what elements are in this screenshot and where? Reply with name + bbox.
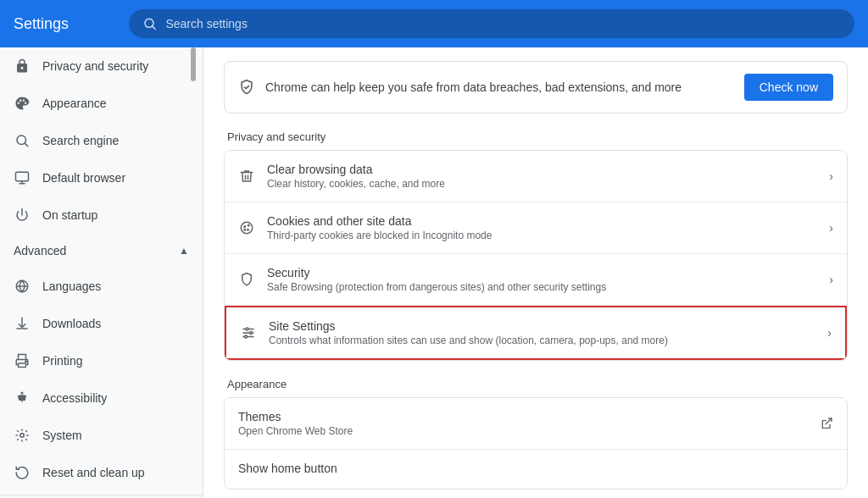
sidebar-item-languages[interactable]: Languages <box>0 268 196 305</box>
sliders-icon <box>240 324 257 341</box>
privacy-section-title: Privacy and security <box>224 130 848 143</box>
security-name: Security <box>267 266 817 279</box>
svg-rect-4 <box>16 172 29 181</box>
search-icon <box>142 16 157 31</box>
themes-desc: Open Chrome Web Store <box>238 425 808 437</box>
themes-text: Themes Open Chrome Web Store <box>238 410 808 437</box>
show-home-name: Show home button <box>238 462 833 475</box>
cookies-desc: Third-party cookies are blocked in Incog… <box>267 230 817 241</box>
sidebar-item-appearance[interactable]: Appearance <box>0 85 196 122</box>
svg-rect-7 <box>19 355 26 360</box>
security-desc: Safe Browsing (protection from dangerous… <box>267 281 817 293</box>
site-settings-row[interactable]: Site Settings Controls what information … <box>225 306 847 360</box>
arrow-icon-clear: › <box>829 169 833 183</box>
svg-point-12 <box>241 222 253 234</box>
clear-browsing-data-row[interactable]: Clear browsing data Clear history, cooki… <box>225 151 847 202</box>
power-icon <box>14 207 31 224</box>
svg-point-10 <box>20 434 25 438</box>
show-home-button-row[interactable]: Show home button <box>225 450 847 489</box>
search-engine-icon <box>14 132 31 149</box>
sidebar-item-privacy[interactable]: Privacy and security <box>0 47 196 85</box>
sidebar-item-on-startup-label: On startup <box>42 208 97 222</box>
show-home-text: Show home button <box>238 462 833 477</box>
sidebar-item-accessibility[interactable]: Accessibility <box>0 379 196 417</box>
svg-rect-6 <box>19 363 26 368</box>
arrow-icon-cookies: › <box>829 221 833 235</box>
palette-icon <box>14 95 31 112</box>
privacy-settings-group: Clear browsing data Clear history, cooki… <box>224 150 848 361</box>
arrow-icon-security: › <box>829 273 833 286</box>
sidebar-item-reset[interactable]: Reset and clean up <box>0 454 196 491</box>
clear-browsing-name: Clear browsing data <box>267 163 817 176</box>
monitor-icon <box>14 169 31 186</box>
advanced-label: Advanced <box>14 244 66 257</box>
sidebar-item-system-label: System <box>42 429 82 442</box>
sidebar-item-default-browser[interactable]: Default browser <box>0 159 196 196</box>
cookies-text: Cookies and other site data Third-party … <box>267 214 817 241</box>
sidebar-item-privacy-label: Privacy and security <box>42 59 148 73</box>
search-input[interactable] <box>165 17 841 30</box>
shield-icon <box>238 271 255 288</box>
accessibility-icon <box>14 390 31 407</box>
sidebar-item-reset-label: Reset and clean up <box>42 466 145 479</box>
app-title: Settings <box>14 15 115 33</box>
svg-line-23 <box>826 418 832 424</box>
arrow-icon-site-settings: › <box>827 326 832 340</box>
sidebar-item-downloads-label: Downloads <box>42 317 101 330</box>
site-settings-desc: Controls what information sites can use … <box>269 335 815 346</box>
svg-line-3 <box>25 143 27 146</box>
system-icon <box>14 427 31 444</box>
sidebar: Privacy and security Appearance Search e… <box>0 47 203 498</box>
lock-icon <box>14 58 31 75</box>
printer-icon <box>14 352 31 369</box>
main-layout: Privacy and security Appearance Search e… <box>0 47 868 498</box>
trash-icon <box>238 168 255 185</box>
site-settings-text: Site Settings Controls what information … <box>269 319 815 346</box>
svg-point-14 <box>248 224 250 226</box>
clear-browsing-text: Clear browsing data Clear history, cooki… <box>267 163 817 190</box>
safety-banner-text: Chrome can help keep you safe from data … <box>265 80 734 94</box>
appearance-settings-group: Themes Open Chrome Web Store Show home b… <box>224 397 848 490</box>
shield-check-icon <box>238 79 255 96</box>
cookies-row[interactable]: Cookies and other site data Third-party … <box>225 202 847 254</box>
cookie-icon <box>238 219 255 236</box>
svg-point-22 <box>245 335 248 338</box>
appearance-section-title: Appearance <box>224 378 848 390</box>
safety-banner: Chrome can help keep you safe from data … <box>224 61 848 113</box>
sidebar-item-printing[interactable]: Printing <box>0 342 196 379</box>
svg-point-21 <box>250 332 253 335</box>
download-icon <box>14 315 31 332</box>
external-link-themes-icon <box>820 417 833 430</box>
svg-point-15 <box>248 230 249 231</box>
svg-point-13 <box>244 226 246 228</box>
svg-point-16 <box>244 230 246 231</box>
svg-point-20 <box>246 328 248 330</box>
advanced-section-header[interactable]: Advanced ▲ <box>0 234 203 268</box>
globe-icon <box>14 278 31 295</box>
chevron-up-icon: ▲ <box>179 245 189 257</box>
sidebar-item-search-label: Search engine <box>42 134 119 147</box>
search-bar[interactable] <box>129 9 854 38</box>
clear-browsing-desc: Clear history, cookies, cache, and more <box>267 178 817 190</box>
themes-row[interactable]: Themes Open Chrome Web Store <box>225 398 847 450</box>
sidebar-item-languages-label: Languages <box>42 279 101 293</box>
themes-name: Themes <box>238 410 808 423</box>
sidebar-item-downloads[interactable]: Downloads <box>0 305 196 342</box>
check-now-button[interactable]: Check now <box>744 74 833 101</box>
svg-line-1 <box>153 26 155 29</box>
app-header: Settings <box>0 0 868 47</box>
settings-content: Chrome can help keep you safe from data … <box>203 47 868 498</box>
reset-icon <box>14 464 31 481</box>
scroll-indicator <box>191 47 196 81</box>
sidebar-item-search[interactable]: Search engine <box>0 122 196 159</box>
sidebar-item-on-startup[interactable]: On startup <box>0 196 196 234</box>
sidebar-item-appearance-label: Appearance <box>42 97 107 110</box>
sidebar-item-system[interactable]: System <box>0 417 196 454</box>
sidebar-bottom: Extensions About Chrome <box>0 495 203 498</box>
svg-point-8 <box>25 361 27 362</box>
security-row[interactable]: Security Safe Browsing (protection from … <box>225 254 847 306</box>
cookies-name: Cookies and other site data <box>267 214 817 228</box>
sidebar-item-printing-label: Printing <box>42 354 82 368</box>
sidebar-item-default-browser-label: Default browser <box>42 171 125 185</box>
svg-point-9 <box>21 392 24 395</box>
